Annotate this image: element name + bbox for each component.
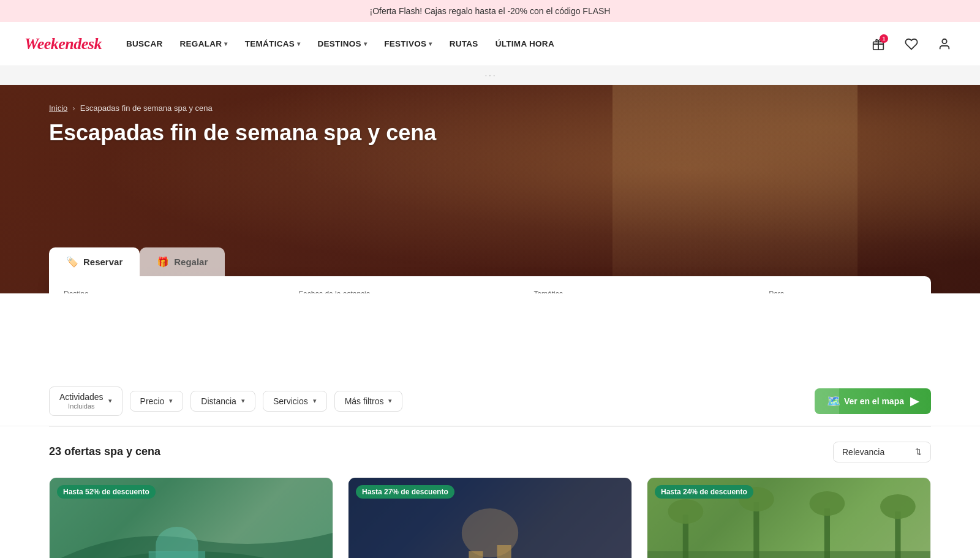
- user-icon: [938, 37, 951, 51]
- breadcrumb-home[interactable]: Inicio: [49, 104, 67, 113]
- chevron-down-icon: ▾: [297, 40, 300, 47]
- fechas-label: Fechas de la estancia: [299, 290, 526, 293]
- tab-regalar[interactable]: 🎁 Regalar: [140, 247, 225, 276]
- tematica-field: Temática ✨ Spa y cena: [533, 290, 760, 293]
- chevron-down-icon: ▾: [169, 397, 173, 405]
- cards-grid: Hasta 52% de descuento Hasta 27% de desc…: [49, 477, 931, 558]
- destino-label: Destino: [64, 290, 290, 293]
- map-icon: 🗺️: [827, 394, 840, 408]
- cart-badge: 1: [880, 34, 888, 43]
- card-image: Hasta 52% de descuento: [50, 478, 333, 558]
- filter-mas-filtros[interactable]: Más filtros ▾: [334, 391, 403, 412]
- flash-banner: ¡Oferta Flash! Cajas regalo hasta el -20…: [0, 0, 980, 22]
- card-image: Hasta 24% de descuento: [647, 478, 930, 558]
- logo[interactable]: Weekendesk: [24, 35, 102, 53]
- hero-title: Escapadas fin de semana spa y cena: [49, 120, 931, 146]
- offer-card[interactable]: Hasta 27% de descuento: [348, 477, 632, 558]
- search-container: 🏷️ Reservar 🎁 Regalar Destino 📍 A menos …: [49, 247, 931, 293]
- map-button[interactable]: 🗺️ Ver en el mapa ▶: [815, 388, 931, 414]
- fechas-field: Fechas de la estancia 📅 Llegada – Salida: [299, 290, 526, 293]
- heart-icon: [905, 37, 918, 51]
- svg-rect-14: [824, 508, 830, 558]
- chevron-down-icon: ▾: [224, 40, 227, 47]
- chevron-down-icon: ▾: [241, 397, 245, 405]
- hero-section: Inicio › Escapadas fin de semana spa y c…: [0, 85, 980, 293]
- breadcrumb-separator: ›: [72, 104, 75, 113]
- filter-distancia[interactable]: Distancia ▾: [190, 391, 255, 412]
- main-nav: BUSCAR REGALAR ▾ TEMÁTICAS ▾ DESTINOS ▾ …: [126, 39, 867, 48]
- discount-badge: Hasta 27% de descuento: [356, 485, 454, 499]
- filter-precio[interactable]: Precio ▾: [130, 391, 184, 412]
- chevron-down-icon: ▾: [429, 40, 432, 47]
- header-icons: 1: [867, 33, 956, 55]
- favorites-button[interactable]: [900, 33, 922, 55]
- card-image: Hasta 27% de descuento: [349, 478, 631, 558]
- offer-card[interactable]: Hasta 52% de descuento: [49, 477, 333, 558]
- discount-badge: Hasta 52% de descuento: [57, 485, 156, 499]
- tag-icon: 🏷️: [66, 256, 78, 268]
- chevron-down-icon: ▾: [108, 397, 112, 405]
- svg-rect-11: [647, 551, 930, 558]
- svg-rect-9: [497, 545, 511, 558]
- search-form: Destino 📍 A menos de 2h de Madrid Fechas…: [49, 276, 931, 293]
- svg-point-1: [942, 39, 946, 43]
- results-count: 23 ofertas spa y cena: [49, 445, 160, 458]
- filter-servicios[interactable]: Servicios ▾: [263, 391, 327, 412]
- breadcrumb: Inicio › Escapadas fin de semana spa y c…: [49, 104, 931, 113]
- arrow-right-icon: ▶: [910, 394, 919, 408]
- nav-buscar[interactable]: BUSCAR: [126, 39, 163, 48]
- nav-tematicas[interactable]: TEMÁTICAS ▾: [245, 39, 301, 48]
- tab-reservar[interactable]: 🏷️ Reservar: [49, 247, 140, 276]
- chevron-down-icon: ▾: [313, 397, 317, 405]
- flash-banner-text: ¡Oferta Flash! Cajas regalo hasta el -20…: [370, 6, 611, 16]
- results-area: 23 ofertas spa y cena Relevancia ⇅: [0, 427, 980, 558]
- svg-rect-8: [469, 551, 483, 558]
- hero-spacer: [0, 293, 980, 367]
- nav-regalar[interactable]: REGALAR ▾: [180, 39, 228, 48]
- nav-ultima-hora[interactable]: ÚLTIMA HORA: [496, 39, 554, 48]
- nav-rutas[interactable]: RUTAS: [450, 39, 478, 48]
- header: Weekendesk BUSCAR REGALAR ▾ TEMÁTICAS ▾ …: [0, 22, 980, 66]
- svg-point-16: [668, 499, 703, 524]
- breadcrumb-current: Escapadas fin de semana spa y cena: [80, 104, 213, 113]
- offer-card[interactable]: Hasta 24% de descuento: [647, 477, 931, 558]
- para-field: Para 👥 2: [769, 290, 842, 293]
- tematica-label: Temática: [533, 290, 760, 293]
- chevron-down-icon: ▾: [388, 397, 392, 405]
- search-tabs: 🏷️ Reservar 🎁 Regalar: [49, 247, 931, 276]
- svg-point-18: [809, 491, 845, 516]
- filters-bar: Actividades Incluidas ▾ Precio ▾ Distanc…: [0, 377, 980, 426]
- gift-button[interactable]: 1: [867, 33, 889, 55]
- account-button[interactable]: [933, 33, 956, 55]
- sort-select[interactable]: Relevancia ⇅: [833, 442, 931, 462]
- svg-point-19: [880, 494, 916, 519]
- svg-rect-5: [149, 551, 205, 558]
- chevron-down-icon: ▾: [364, 40, 367, 47]
- nav-destinos[interactable]: DESTINOS ▾: [317, 39, 367, 48]
- filter-actividades[interactable]: Actividades Incluidas ▾: [49, 386, 123, 416]
- sub-header: · · ·: [0, 66, 980, 85]
- results-header: 23 ofertas spa y cena Relevancia ⇅: [49, 442, 931, 462]
- gift-tab-icon: 🎁: [157, 256, 169, 268]
- destino-field: Destino 📍 A menos de 2h de Madrid: [64, 290, 290, 293]
- discount-badge: Hasta 24% de descuento: [655, 485, 753, 499]
- sort-chevron-icon: ⇅: [915, 447, 922, 456]
- nav-festivos[interactable]: FESTIVOS ▾: [384, 39, 432, 48]
- para-label: Para: [769, 290, 842, 293]
